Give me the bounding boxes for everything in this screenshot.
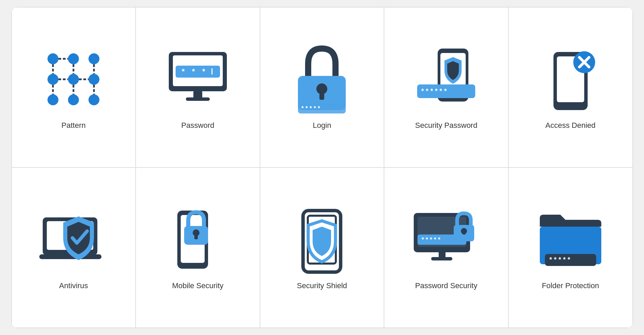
- svg-rect-26: [186, 97, 210, 101]
- mobile-security-label: Mobile Security: [172, 281, 223, 290]
- security-shield-icon: [288, 205, 356, 274]
- svg-point-7: [68, 94, 79, 105]
- svg-text:* * * * *: * * * * *: [422, 236, 440, 243]
- svg-rect-24: [211, 68, 213, 75]
- svg-text:* * * * *: * * * * *: [301, 105, 320, 112]
- pattern-label: Pattern: [61, 121, 86, 130]
- svg-text:*: *: [192, 67, 195, 76]
- password-security-label: Password Security: [415, 281, 477, 290]
- security-password-icon: * * * * * *: [412, 45, 480, 113]
- mobile-security-icon: [164, 205, 232, 274]
- svg-point-5: [88, 74, 99, 85]
- icon-grid: Pattern * * * Passwor: [11, 7, 633, 328]
- svg-point-4: [68, 74, 79, 85]
- antivirus-label: Antivirus: [59, 281, 88, 290]
- cell-mobile-security: Mobile Security: [136, 168, 260, 328]
- cell-login: * * * * * Login: [260, 7, 384, 168]
- svg-rect-55: [431, 257, 452, 260]
- access-denied-label: Access Denied: [545, 121, 595, 130]
- cell-access-denied: Access Denied: [508, 7, 633, 168]
- antivirus-icon: [39, 205, 108, 274]
- svg-point-6: [47, 94, 58, 105]
- svg-point-8: [88, 94, 99, 105]
- svg-text:*: *: [202, 67, 205, 76]
- folder-protection-label: Folder Protection: [542, 281, 599, 290]
- login-label: Login: [313, 121, 331, 130]
- cell-password: * * * Password: [136, 7, 260, 168]
- cell-pattern: Pattern: [12, 7, 136, 168]
- cell-folder-protection: * * * * * Folder Protection: [508, 168, 633, 328]
- svg-rect-29: [319, 92, 324, 100]
- cell-security-shield: Security Shield: [260, 168, 384, 328]
- cell-password-security: * * * * * Password Security: [384, 168, 508, 328]
- cell-antivirus: Antivirus: [12, 168, 136, 328]
- svg-point-3: [47, 74, 58, 85]
- pattern-icon: [39, 45, 108, 113]
- svg-point-0: [47, 53, 58, 64]
- svg-rect-43: [39, 254, 101, 259]
- svg-text:*: *: [182, 67, 185, 76]
- folder-protection-icon: * * * * *: [536, 205, 605, 274]
- svg-rect-25: [193, 91, 202, 98]
- cell-security-password: * * * * * * Security Password: [384, 7, 508, 168]
- svg-rect-48: [194, 234, 198, 239]
- security-password-label: Security Password: [415, 121, 477, 130]
- password-icon: * * *: [164, 45, 232, 113]
- svg-point-2: [88, 53, 99, 64]
- password-security-icon: * * * * *: [412, 205, 480, 274]
- svg-point-1: [68, 53, 79, 64]
- svg-text:* * * * *: * * * * *: [549, 256, 570, 263]
- password-label: Password: [181, 121, 215, 130]
- svg-text:* * * * * *: * * * * * *: [421, 87, 447, 95]
- login-icon: * * * * *: [288, 45, 356, 113]
- svg-rect-54: [439, 252, 446, 258]
- access-denied-icon: [536, 45, 605, 113]
- security-shield-label: Security Shield: [297, 281, 347, 290]
